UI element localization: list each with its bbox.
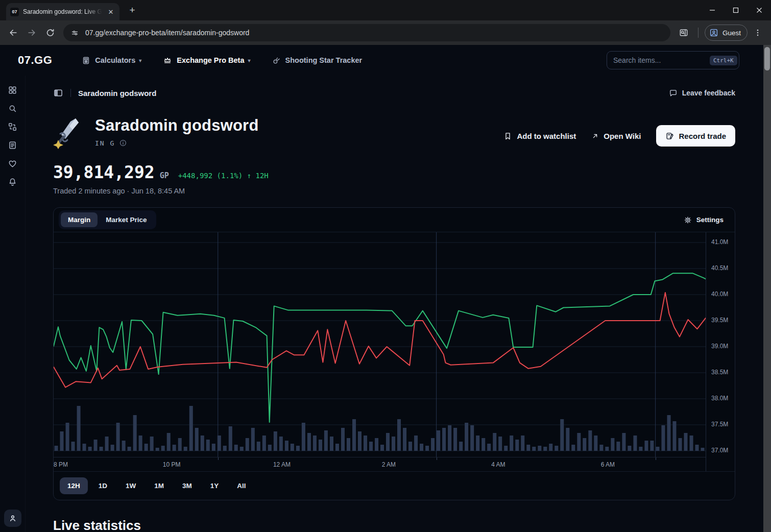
price-chart-card: Margin Market Price Settings 8 PM10 PM12…: [53, 207, 735, 500]
browser-window: 07 Saradomin godsword: Live GE P ✕ +: [0, 0, 771, 532]
item-header: Saradomin godsword IN G Add to watchlist: [53, 116, 735, 149]
range-button-1w[interactable]: 1W: [118, 477, 143, 494]
time-range-buttons: 12H1D1W1M3M1YAll: [54, 471, 735, 500]
range-button-3m[interactable]: 3M: [175, 477, 200, 494]
site-header: 07.GG Calculators ▾ Exchange Pro Beta ▾ …: [0, 45, 771, 76]
y-axis-label: 39.5M: [711, 317, 728, 324]
tab-margin[interactable]: Margin: [61, 212, 98, 227]
swap-icon[interactable]: [4, 117, 22, 136]
record-trade-label: Record trade: [679, 132, 726, 140]
breadcrumb-divider: [70, 89, 71, 97]
back-icon[interactable]: [5, 25, 21, 41]
maximize-button[interactable]: [724, 0, 748, 20]
price-change: +448,992 (1.1%) ↑ 12H: [178, 172, 269, 180]
favorites-heart-icon[interactable]: [4, 154, 22, 173]
x-axis: 8 PM10 PM12 AM2 AM4 AM6 AM: [54, 457, 706, 471]
tab-title: Saradomin godsword: Live GE P: [23, 8, 102, 15]
chart-header: Margin Market Price Settings: [54, 208, 735, 232]
profile-button[interactable]: Guest: [705, 25, 748, 41]
toolbar-divider: [698, 28, 698, 38]
x-axis-label: 12 AM: [273, 461, 291, 468]
forward-icon[interactable]: [23, 25, 40, 41]
nav-label: Shooting Star Tracker: [285, 56, 363, 64]
breadcrumb-item-name[interactable]: Saradomin godsword: [78, 89, 156, 98]
y-axis-label: 40.5M: [711, 264, 728, 272]
leave-feedback-button[interactable]: Leave feedback: [669, 89, 735, 98]
nav-item-calculators[interactable]: Calculators ▾: [82, 56, 141, 65]
open-wiki-button[interactable]: Open Wiki: [591, 132, 641, 140]
gear-icon: [684, 216, 692, 224]
x-axis-label: 2 AM: [382, 461, 396, 468]
breadcrumb: Saradomin godsword Leave feedback: [53, 86, 735, 100]
record-trade-button[interactable]: Record trade: [656, 125, 735, 147]
person-icon: [8, 514, 17, 523]
bookmark-icon: [503, 132, 512, 140]
search-icon[interactable]: [4, 99, 22, 117]
price-chart-svg: [54, 232, 706, 457]
left-rail: [0, 76, 26, 532]
y-axis-label: 38.0M: [711, 395, 728, 402]
scrollbar-thumb[interactable]: [764, 47, 770, 70]
close-window-button[interactable]: [748, 0, 771, 20]
main-nav: Calculators ▾ Exchange Pro Beta ▾ Shooti…: [82, 56, 362, 65]
site-logo[interactable]: 07.GG: [18, 54, 52, 67]
browser-menu-icon[interactable]: [750, 25, 766, 41]
page-viewport: 07.GG Calculators ▾ Exchange Pro Beta ▾ …: [0, 45, 771, 532]
main-content: Saradomin godsword Leave feedback: [26, 76, 771, 532]
window-controls: [701, 0, 771, 20]
chart-plot-area[interactable]: 8 PM10 PM12 AM2 AM4 AM6 AM: [54, 232, 706, 471]
crown-icon: [163, 56, 172, 65]
y-axis-label: 38.5M: [711, 369, 728, 376]
x-axis-tick: [437, 457, 437, 460]
y-axis-label: 39.0M: [711, 343, 728, 350]
url-bar[interactable]: 07.gg/exchange-pro-beta/item/saradomin-g…: [63, 24, 670, 41]
nav-item-exchange-pro[interactable]: Exchange Pro Beta ▾: [163, 56, 250, 65]
range-button-12h[interactable]: 12H: [60, 477, 88, 494]
x-axis-tick: [656, 457, 656, 460]
add-to-watchlist-button[interactable]: Add to watchlist: [503, 132, 576, 140]
dashboard-icon[interactable]: [4, 81, 22, 99]
browser-tab[interactable]: 07 Saradomin godsword: Live GE P ✕: [6, 3, 119, 20]
price-currency: GP: [160, 171, 169, 180]
leave-feedback-label: Leave feedback: [682, 89, 735, 97]
browser-toolbar: 07.gg/exchange-pro-beta/item/saradomin-g…: [0, 20, 771, 45]
chart-settings-button[interactable]: Settings: [684, 216, 724, 224]
search-box[interactable]: Ctrl+K: [607, 51, 739, 69]
side-panel-search-icon[interactable]: [676, 25, 692, 41]
range-button-1m[interactable]: 1M: [147, 477, 172, 494]
range-button-1d[interactable]: 1D: [91, 477, 115, 494]
chevron-down-icon: ▾: [139, 58, 141, 63]
user-profile-button[interactable]: [4, 510, 21, 527]
reload-icon[interactable]: [42, 25, 58, 41]
chevron-down-icon: ▾: [248, 58, 251, 63]
nav-label: Exchange Pro Beta: [177, 56, 244, 64]
page-scrollbar[interactable]: [763, 45, 771, 532]
item-actions: Add to watchlist Open Wiki Record trade: [503, 123, 735, 149]
x-axis-label: 8 PM: [54, 461, 68, 468]
y-axis: 41.0M40.5M40.0M39.5M39.0M38.5M38.0M37.5M…: [706, 232, 735, 471]
range-button-all[interactable]: All: [229, 477, 253, 494]
info-icon[interactable]: [119, 139, 127, 147]
item-price: 39,814,292: [53, 162, 155, 182]
tab-market-price[interactable]: Market Price: [99, 212, 154, 227]
panel-toggle-icon[interactable]: [53, 88, 63, 98]
calculator-icon: [82, 56, 90, 65]
tab-close-icon[interactable]: ✕: [106, 7, 115, 16]
url-text: 07.gg/exchange-pro-beta/item/saradomin-g…: [85, 29, 249, 37]
last-traded-text: Traded 2 minutes ago · Jun 18, 8:45 AM: [53, 187, 735, 195]
price-row: 39,814,292 GP +448,992 (1.1%) ↑ 12H: [53, 162, 735, 182]
nav-label: Calculators: [95, 56, 135, 64]
range-button-1y[interactable]: 1Y: [203, 477, 227, 494]
search-shortcut-badge: Ctrl+K: [710, 56, 737, 65]
profile-label: Guest: [722, 29, 741, 37]
news-icon[interactable]: [4, 136, 22, 154]
nav-item-star-tracker[interactable]: Shooting Star Tracker: [272, 56, 363, 65]
watchlist-label: Add to watchlist: [517, 132, 576, 140]
search-input[interactable]: [613, 56, 706, 64]
item-subtitle: IN G: [95, 139, 115, 147]
favicon: 07: [10, 8, 19, 16]
alerts-bell-icon[interactable]: [4, 173, 22, 191]
new-tab-button[interactable]: +: [126, 4, 139, 17]
site-settings-icon[interactable]: [70, 29, 79, 37]
minimize-button[interactable]: [701, 0, 724, 20]
